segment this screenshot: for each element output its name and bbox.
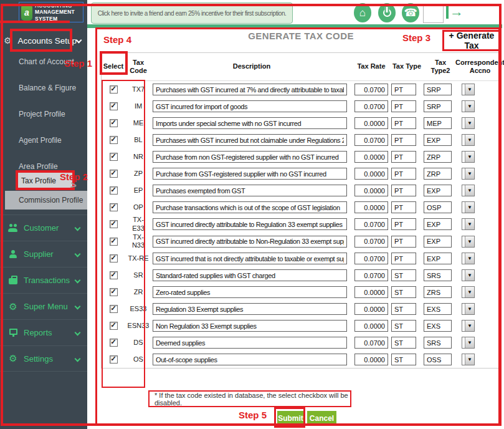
- tax-type2-input[interactable]: [424, 168, 452, 180]
- invite-banner[interactable]: Click here to invite a friend and earn 2…: [91, 2, 293, 24]
- correspondent-accno-dropdown[interactable]: ▼: [462, 185, 475, 196]
- phone-icon[interactable]: ☎: [402, 3, 419, 22]
- tax-rate-input[interactable]: [354, 337, 388, 349]
- description-input[interactable]: [153, 303, 347, 315]
- tax-type2-input[interactable]: [424, 337, 452, 349]
- tax-rate-input[interactable]: [354, 303, 388, 315]
- description-input[interactable]: [153, 236, 347, 248]
- select-checkbox[interactable]: [110, 203, 118, 211]
- select-checkbox[interactable]: [110, 136, 118, 144]
- correspondent-accno-dropdown[interactable]: ▼: [462, 117, 475, 129]
- tax-type2-input[interactable]: [424, 354, 452, 365]
- select-checkbox[interactable]: [110, 170, 118, 178]
- tax-type2-input[interactable]: [424, 151, 452, 163]
- tax-type2-input[interactable]: [424, 117, 452, 129]
- tax-type2-input[interactable]: [424, 100, 452, 112]
- description-input[interactable]: [153, 134, 347, 146]
- tax-type2-input[interactable]: [424, 286, 452, 298]
- description-input[interactable]: [153, 201, 347, 213]
- tax-type-input[interactable]: [391, 201, 416, 213]
- select-checkbox[interactable]: [110, 119, 118, 127]
- correspondent-accno-dropdown[interactable]: ▼: [462, 100, 475, 112]
- tax-type-input[interactable]: [391, 236, 416, 248]
- tax-type2-input[interactable]: [424, 84, 452, 95]
- tax-type2-input[interactable]: [424, 218, 452, 230]
- select-checkbox[interactable]: [110, 102, 118, 110]
- tax-type2-input[interactable]: [424, 269, 452, 281]
- tax-type-input[interactable]: [391, 151, 416, 163]
- tax-type-input[interactable]: [391, 286, 416, 298]
- correspondent-accno-dropdown[interactable]: ▼: [462, 134, 475, 146]
- description-input[interactable]: [153, 286, 347, 298]
- tax-rate-input[interactable]: [354, 168, 388, 180]
- tax-rate-input[interactable]: [354, 84, 388, 95]
- tax-type2-input[interactable]: [424, 134, 452, 146]
- description-input[interactable]: [153, 253, 347, 264]
- sidebar-item-balance-figure[interactable]: Balance & Figure: [0, 81, 87, 95]
- sidebar-item-reports[interactable]: Reports: [0, 319, 87, 345]
- select-checkbox[interactable]: [110, 305, 118, 313]
- select-checkbox[interactable]: [110, 288, 118, 296]
- correspondent-accno-dropdown[interactable]: ▼: [462, 269, 475, 281]
- correspondent-accno-dropdown[interactable]: ▼: [462, 354, 475, 365]
- tax-type-input[interactable]: [391, 269, 416, 281]
- description-input[interactable]: [153, 100, 347, 112]
- tax-type2-input[interactable]: [424, 253, 452, 264]
- description-input[interactable]: [153, 84, 347, 95]
- description-input[interactable]: [153, 337, 347, 349]
- topbar-input[interactable]: [423, 4, 444, 23]
- tax-type-input[interactable]: [391, 320, 416, 332]
- sidebar-item-chart-of-account[interactable]: Chart of Account: [0, 55, 87, 69]
- select-checkbox[interactable]: [110, 339, 118, 347]
- select-checkbox[interactable]: [110, 238, 118, 246]
- tax-rate-input[interactable]: [354, 185, 388, 196]
- tax-rate-input[interactable]: [354, 201, 388, 213]
- correspondent-accno-dropdown[interactable]: ▼: [462, 303, 475, 315]
- correspondent-accno-dropdown[interactable]: ▼: [462, 84, 475, 95]
- correspondent-accno-dropdown[interactable]: ▼: [462, 218, 475, 230]
- sidebar-item-agent-profile[interactable]: Agent Profile: [0, 133, 87, 147]
- tax-type-input[interactable]: [391, 354, 416, 365]
- select-checkbox[interactable]: [110, 355, 118, 364]
- tax-rate-input[interactable]: [354, 320, 388, 332]
- tax-type-input[interactable]: [391, 253, 416, 264]
- select-checkbox[interactable]: [110, 254, 118, 263]
- tax-rate-input[interactable]: [354, 134, 388, 146]
- generate-tax-button[interactable]: + Generate Tax: [445, 32, 498, 49]
- select-checkbox[interactable]: [110, 186, 118, 195]
- tax-type-input[interactable]: [391, 185, 416, 196]
- tax-type2-input[interactable]: [424, 185, 452, 196]
- tax-rate-input[interactable]: [354, 286, 388, 298]
- correspondent-accno-dropdown[interactable]: ▼: [462, 253, 475, 264]
- correspondent-accno-dropdown[interactable]: ▼: [462, 286, 475, 298]
- tax-rate-input[interactable]: [354, 117, 388, 129]
- sidebar-item-supplier[interactable]: Supplier: [0, 241, 87, 267]
- tax-type-input[interactable]: [391, 100, 416, 112]
- tax-type-input[interactable]: [391, 117, 416, 129]
- tax-rate-input[interactable]: [354, 236, 388, 248]
- tax-rate-input[interactable]: [354, 100, 388, 112]
- description-input[interactable]: [153, 117, 347, 129]
- correspondent-accno-dropdown[interactable]: ▼: [462, 236, 475, 248]
- tax-rate-input[interactable]: [354, 253, 388, 264]
- description-input[interactable]: [153, 269, 347, 281]
- tax-rate-input[interactable]: [354, 218, 388, 230]
- tax-type2-input[interactable]: [424, 236, 452, 248]
- select-checkbox[interactable]: [110, 153, 118, 161]
- tax-type2-input[interactable]: [424, 320, 452, 332]
- description-input[interactable]: [153, 218, 347, 230]
- tax-rate-input[interactable]: [354, 354, 388, 365]
- tax-type-input[interactable]: [391, 303, 416, 315]
- correspondent-accno-dropdown[interactable]: ▼: [462, 151, 475, 163]
- sidebar-item-tax-profile[interactable]: Tax Profile: [17, 172, 74, 190]
- select-checkbox[interactable]: [110, 220, 118, 228]
- sidebar-item-super-menu[interactable]: ⚙ Super Menu: [0, 293, 87, 319]
- tax-type-input[interactable]: [391, 84, 416, 95]
- logout-icon[interactable]: →: [446, 5, 464, 19]
- sidebar-item-accounts-setup[interactable]: ⚙ Accounts Setup: [0, 29, 87, 52]
- cancel-button[interactable]: Cancel: [307, 411, 336, 425]
- sidebar-item-project-profile[interactable]: Project Profile: [0, 107, 87, 121]
- correspondent-accno-dropdown[interactable]: ▼: [462, 201, 475, 213]
- tax-rate-input[interactable]: [354, 269, 388, 281]
- sidebar-item-commission-profile[interactable]: Commission Profile: [5, 191, 87, 210]
